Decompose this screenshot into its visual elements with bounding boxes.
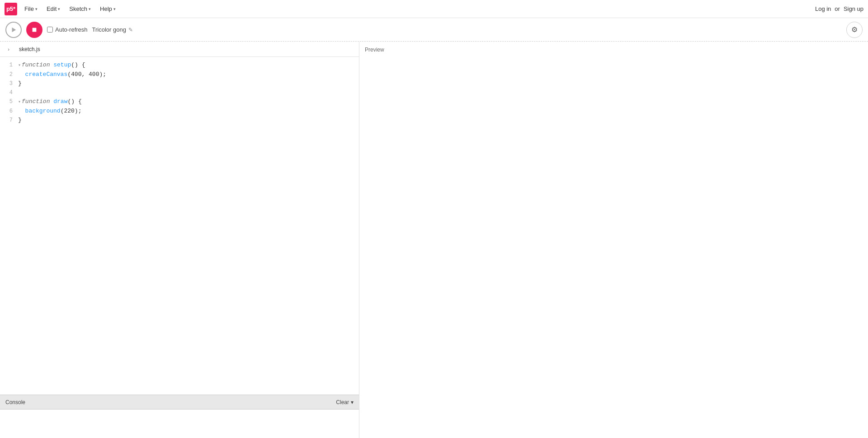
console-body [0,410,359,438]
menu-help[interactable]: Help ▾ [96,4,119,14]
settings-button[interactable]: ⚙ [846,22,863,38]
login-link[interactable]: Log in [815,5,831,12]
console-clear-button[interactable]: Clear ▾ [336,399,354,405]
stop-button[interactable] [26,22,42,38]
auto-refresh-label[interactable]: Auto-refresh [47,26,88,33]
toolbar: Auto-refresh Tricolor gong ✎ ⚙ [0,18,868,42]
sketch-name[interactable]: Tricolor gong ✎ [92,26,133,33]
edit-sketch-icon: ✎ [128,27,133,33]
console-title: Console [5,399,25,405]
nav-or: or [835,5,840,12]
code-editor[interactable]: 1 ▾function setup() { 2 createCanvas(400… [0,57,359,395]
svg-rect-1 [33,28,37,32]
sketch-chevron-icon: ▾ [89,7,91,11]
code-line-2: 2 createCanvas(400, 400); [0,70,359,79]
gear-icon: ⚙ [851,25,858,34]
nav-right: Log in or Sign up [815,5,863,12]
auto-refresh-checkbox[interactable] [47,27,53,33]
play-icon [10,27,17,33]
preview-label: Preview [365,47,384,53]
collapse-button[interactable]: › [4,44,14,54]
file-chevron-icon: ▾ [35,7,38,11]
console-chevron-icon: ▾ [351,399,354,405]
svg-marker-0 [12,27,16,32]
code-line-6: 6 background(220); [0,107,359,116]
console-panel: Console Clear ▾ [0,395,359,438]
help-chevron-icon: ▾ [113,7,116,11]
console-header: Console Clear ▾ [0,395,359,410]
file-tabs: › sketch.js [0,42,359,57]
preview-panel: Preview [359,42,868,438]
menu-sketch[interactable]: Sketch ▾ [66,4,94,14]
nav-menu: File ▾ Edit ▾ Sketch ▾ Help ▾ [21,4,119,14]
edit-chevron-icon: ▾ [58,7,60,11]
code-line-1: 1 ▾function setup() { [0,61,359,70]
editor-panel: › sketch.js 1 ▾function setup() { 2 crea… [0,42,359,438]
main-content: › sketch.js 1 ▾function setup() { 2 crea… [0,42,868,438]
menu-edit[interactable]: Edit ▾ [43,4,64,14]
play-button[interactable] [5,22,22,38]
code-line-4: 4 [0,88,359,97]
code-line-3: 3 } [0,79,359,88]
menu-file[interactable]: File ▾ [21,4,41,14]
signup-link[interactable]: Sign up [844,5,863,12]
file-tab-sketch[interactable]: sketch.js [15,44,44,54]
topbar: p5* File ▾ Edit ▾ Sketch ▾ Help ▾ Log in… [0,0,868,18]
p5-logo[interactable]: p5* [5,3,17,15]
stop-icon [31,27,38,33]
code-line-7: 7 } [0,116,359,125]
code-line-5: 5 ▾function draw() { [0,97,359,107]
